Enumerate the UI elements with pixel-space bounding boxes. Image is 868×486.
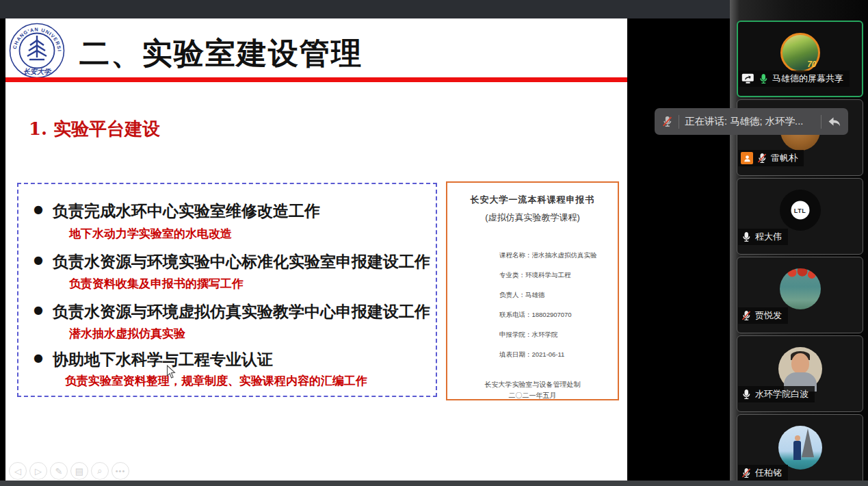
microphone-on-icon [741, 389, 752, 400]
section-heading: 1. 实验平台建设 [29, 117, 160, 141]
window-titlebar [0, 0, 731, 18]
participants-sidebar[interactable]: 70 马雄德的屏幕共享 [730, 0, 868, 486]
participant-name: 雷帆朴 [771, 152, 798, 164]
slides-grid-icon: ▤ [75, 466, 83, 476]
doc-subtitle: (虚拟仿真实验教学课程) [447, 212, 618, 224]
participant-name: 马雄德的屏幕共享 [772, 73, 843, 85]
hand-raised-icon [741, 152, 753, 164]
bullet-list-box: 负责完成水环中心实验室维修改造工作 地下水动力学实验室的水电改造 负责水资源与环… [17, 183, 437, 397]
participant-tile-maxiongde-share[interactable]: 70 马雄德的屏幕共享 [737, 21, 863, 97]
participant-name-bar: 程大伟 [738, 229, 788, 245]
avatar [778, 347, 822, 391]
previous-slide-button[interactable]: ◁ [9, 462, 27, 480]
doc-footer-date: 二〇二一年五月 [447, 391, 618, 400]
avatar-monogram: LTL [791, 201, 809, 220]
microphone-active-icon [758, 73, 769, 84]
bullet-3: 负责水资源与环境虚拟仿真实验教学中心申报建设工作 [53, 301, 430, 322]
participant-tile-jiayuefa[interactable]: 贾悦发 [737, 257, 863, 333]
title-underline [5, 77, 627, 82]
next-slide-button[interactable]: ▷ [29, 462, 47, 480]
logo-bottom-text: 长安大学 [23, 68, 52, 75]
bullet-1-sub: 地下水动力学实验室的水电改造 [69, 226, 232, 242]
bottom-strip [0, 481, 868, 486]
avatar [780, 268, 821, 309]
doc-title: 长安大学一流本科课程申报书 [447, 194, 618, 206]
avatar-badge: 70 [807, 60, 816, 69]
participant-name: 任柏铭 [755, 467, 782, 479]
microphone-muted-icon [741, 310, 752, 321]
changan-university-logo: CHANG'AN UNIVERSITY 长安大学 [8, 22, 66, 79]
slideshow-controls: ◁ ▷ ✎ ▤ ⌕ ••• [9, 462, 129, 480]
ellipsis-icon: ••• [116, 467, 126, 475]
participant-tile-chengdawei[interactable]: LTL 程大伟 [737, 178, 863, 255]
doc-field-leader: 负责人：马雄德 [499, 291, 545, 300]
pen-tool-button[interactable]: ✎ [50, 462, 68, 480]
doc-field-major: 专业类：环境科学与工程 [499, 271, 571, 280]
meeting-window: CHANG'AN UNIVERSITY 长安大学 二、实验室建设管理 1. 实验… [0, 0, 868, 486]
participant-name-bar: 贾悦发 [738, 307, 788, 324]
avatar: 70 [780, 33, 820, 73]
toast-divider [821, 115, 821, 129]
mouse-cursor [166, 365, 176, 379]
bullet-2: 负责水资源与环境实验中心标准化实验室申报建设工作 [53, 251, 430, 272]
participant-name: 水环学院白波 [755, 388, 808, 400]
toast-divider [679, 115, 679, 129]
zoom-button[interactable]: ⌕ [91, 462, 109, 480]
course-application-document: 长安大学一流本科课程申报书 (虚拟仿真实验教学课程) 课程名称：潜水抽水虚拟仿真… [446, 181, 619, 400]
slide-title: 二、实验室建设管理 [79, 34, 363, 74]
participant-name-bar: 雷帆朴 [738, 150, 804, 166]
previous-icon: ◁ [14, 466, 21, 476]
microphone-muted-icon [757, 153, 767, 164]
participant-name: 程大伟 [755, 231, 782, 243]
speaking-toast-text: 正在讲话: 马雄德; 水环学... [685, 115, 815, 128]
avatar: LTL [780, 190, 821, 231]
more-options-button[interactable]: ••• [111, 462, 129, 480]
screen-share-stage: CHANG'AN UNIVERSITY 长安大学 二、实验室建设管理 1. 实验… [0, 18, 731, 481]
bullet-2-sub: 负责资料收集及申报书的撰写工作 [69, 276, 244, 292]
participant-tile-renboming[interactable]: 任柏铭 [737, 414, 863, 486]
microphone-muted-icon [741, 468, 752, 478]
pen-icon: ✎ [55, 466, 63, 476]
participant-name-bar: 任柏铭 [738, 465, 788, 481]
bullet-1: 负责完成水环中心实验室维修改造工作 [53, 201, 320, 222]
presentation-slide: CHANG'AN UNIVERSITY 长安大学 二、实验室建设管理 1. 实验… [5, 18, 627, 481]
bullet-4: 协助地下水科学与工程专业认证 [53, 349, 273, 370]
screen-share-icon [741, 73, 754, 84]
next-icon: ▷ [35, 466, 42, 476]
doc-footer-publisher: 长安大学实验室与设备管理处制 [447, 380, 618, 389]
bullet-3-sub: 潜水抽水虚拟仿真实验 [69, 326, 185, 342]
bullet-4-sub: 负责实验室资料整理，规章制度、实验课程内容的汇编工作 [65, 373, 367, 389]
avatar [778, 426, 822, 470]
doc-field-college: 申报学院：水环学院 [499, 331, 558, 340]
doc-field-course: 课程名称：潜水抽水虚拟仿真实验 [499, 251, 597, 260]
speaking-toast: 正在讲话: 马雄德; 水环学... [655, 108, 848, 135]
participant-name: 贾悦发 [755, 309, 782, 322]
magnifier-icon: ⌕ [97, 465, 102, 476]
all-slides-button[interactable]: ▤ [70, 462, 88, 480]
participant-name-bar: 马雄德的屏幕共享 [739, 71, 850, 87]
reply-arrow-icon[interactable] [827, 116, 841, 128]
microphone-muted-icon [661, 116, 673, 127]
microphone-on-icon [741, 231, 752, 242]
doc-field-phone: 联系电话：18802907070 [499, 311, 572, 320]
participant-tile-baibo[interactable]: 水环学院白波 [737, 335, 863, 412]
doc-field-date: 填表日期：2021-06-11 [499, 350, 564, 359]
participant-name-bar: 水环学院白波 [738, 386, 815, 402]
